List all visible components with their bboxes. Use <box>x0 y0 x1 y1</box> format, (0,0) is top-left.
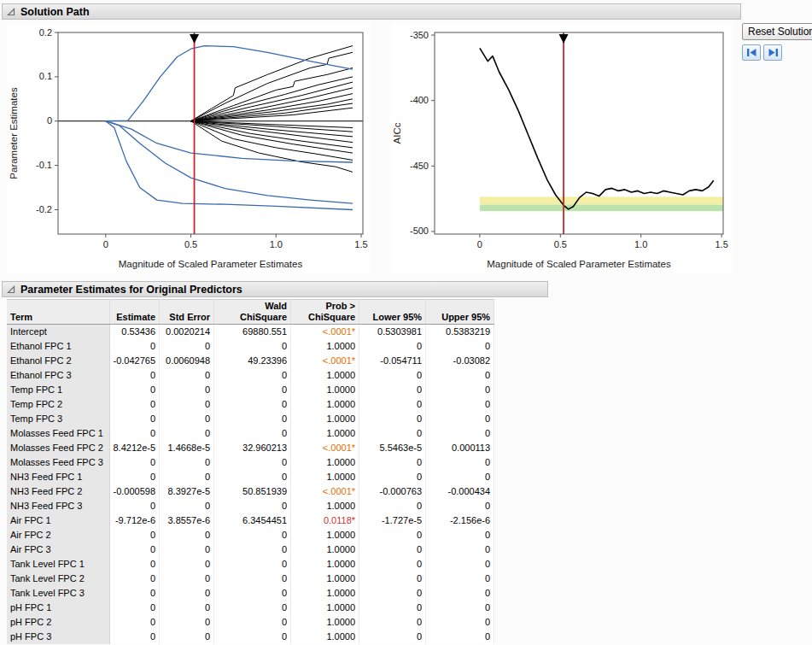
table-row[interactable]: Molasses Feed FPC 30001.000000 <box>7 455 494 470</box>
table-row[interactable]: Temp FPC 20001.000000 <box>7 397 494 412</box>
cell-upper: 0 <box>426 586 494 601</box>
cell-term: Ethanol FPC 3 <box>7 368 109 383</box>
table-row[interactable]: Ethanol FPC 10001.000000 <box>7 339 494 354</box>
cell-std_error: 0 <box>160 368 214 383</box>
cell-lower: 0 <box>359 630 426 644</box>
disclosure-icon[interactable] <box>7 285 15 294</box>
table-row[interactable]: NH3 Feed FPC 30001.000000 <box>7 499 494 513</box>
series-path-3 <box>191 68 353 121</box>
table-row[interactable]: Temp FPC 30001.000000 <box>7 412 494 426</box>
step-forward-button[interactable] <box>763 44 782 61</box>
cell-upper: 0.5383219 <box>426 325 494 340</box>
cell-lower: 0 <box>359 397 426 412</box>
y-tick-label: 0 <box>47 115 52 126</box>
cell-wald: 0 <box>214 586 291 601</box>
table-row[interactable]: Intercept0.534360.002021469880.551<.0001… <box>7 325 494 340</box>
section-title-parameter-estimates: Parameter Estimates for Original Predict… <box>20 284 242 296</box>
aicc-chart[interactable]: 00.51.01.5-350-400-450-500Magnitude of S… <box>390 24 732 273</box>
cell-estimate: 0 <box>109 528 160 542</box>
cell-estimate: 0 <box>109 542 160 557</box>
cell-prob: 1.0000 <box>291 542 359 557</box>
column-header-estimate: Estimate <box>109 300 160 325</box>
cell-estimate: 0 <box>109 470 160 484</box>
y-tick-label: -500 <box>410 226 429 236</box>
cell-wald: 49.23396 <box>214 354 291 368</box>
cell-prob: 1.0000 <box>291 455 359 470</box>
table-row[interactable]: NH3 Feed FPC 10001.000000 <box>7 470 494 484</box>
step-back-button[interactable] <box>742 44 761 61</box>
x-tick-label: 1.5 <box>354 239 367 249</box>
parameter-estimates-table: TermEstimateStd ErrorWaldChiSquareProb >… <box>7 299 494 644</box>
table-row[interactable]: Air FPC 30001.000000 <box>7 542 494 557</box>
cell-prob: 1.0000 <box>291 528 359 542</box>
series-path-5 <box>191 82 353 121</box>
x-axis-title: Magnitude of Scaled Parameter Estimates <box>487 259 671 269</box>
table-row[interactable]: Tank Level FPC 10001.000000 <box>7 557 494 572</box>
cell-upper: 0 <box>426 572 494 586</box>
cell-std_error: 0 <box>160 397 214 412</box>
cell-prob: 1.0000 <box>291 383 359 397</box>
cell-lower: 0 <box>359 426 426 441</box>
table-row[interactable]: Molasses Feed FPC 28.4212e-51.4668e-532.… <box>7 441 494 455</box>
cell-estimate: 8.4212e-5 <box>109 441 160 455</box>
aicc-yellow-zone <box>480 196 723 204</box>
cell-wald: 0 <box>214 499 291 513</box>
cell-estimate: 0 <box>109 586 160 601</box>
table-header-row: TermEstimateStd ErrorWaldChiSquareProb >… <box>7 300 494 325</box>
series-active-4 <box>106 121 353 162</box>
cell-std_error: 0 <box>160 499 214 513</box>
table-row[interactable]: NH3 Feed FPC 2-0.0005988.3927e-550.85193… <box>7 484 494 499</box>
cell-lower: 0 <box>359 586 426 601</box>
table-row[interactable]: Ethanol FPC 30001.000000 <box>7 368 494 383</box>
table-row[interactable]: pH FPC 10001.000000 <box>7 601 494 615</box>
table-row[interactable]: pH FPC 20001.000000 <box>7 615 494 630</box>
outline-header-solution-path[interactable]: Solution Path <box>2 3 741 20</box>
cell-estimate: 0 <box>109 499 160 513</box>
x-tick-label: 0.5 <box>184 239 197 249</box>
disclosure-icon[interactable] <box>7 8 15 16</box>
step-back-icon <box>746 48 757 57</box>
parameter-estimates-path-chart[interactable]: 00.51.01.50.20.10-0.1-0.2Magnitude of Sc… <box>7 24 370 273</box>
cell-term: NH3 Feed FPC 2 <box>7 484 109 499</box>
cell-wald: 0 <box>214 368 291 383</box>
reset-solution-button[interactable]: Reset Solution <box>742 23 812 40</box>
table-row[interactable]: Temp FPC 10001.000000 <box>7 383 494 397</box>
cell-std_error: 0.0060948 <box>160 354 214 368</box>
table-row[interactable]: Molasses Feed FPC 10001.000000 <box>7 426 494 441</box>
outline-header-parameter-estimates[interactable]: Parameter Estimates for Original Predict… <box>2 281 548 297</box>
cell-term: Temp FPC 2 <box>7 397 109 412</box>
cell-prob: 1.0000 <box>291 572 359 586</box>
cell-prob: 1.0000 <box>291 630 359 644</box>
cell-upper: 0 <box>426 426 494 441</box>
cell-term: Air FPC 2 <box>7 528 109 542</box>
cell-term: Molasses Feed FPC 3 <box>7 455 109 470</box>
cell-upper: 0 <box>426 557 494 572</box>
solution-arrow-marker[interactable] <box>559 34 569 44</box>
table-row[interactable]: Air FPC 1-9.712e-63.8557e-66.34544510.01… <box>7 513 494 528</box>
cell-wald: 6.3454451 <box>214 513 291 528</box>
cell-wald: 0 <box>214 412 291 426</box>
cell-estimate: 0 <box>109 397 160 412</box>
series-path-1 <box>191 46 353 121</box>
cell-upper: 0 <box>426 397 494 412</box>
table-row[interactable]: pH FPC 30001.000000 <box>7 630 494 644</box>
cell-upper: 0 <box>426 455 494 470</box>
cell-wald: 50.851939 <box>214 484 291 499</box>
cell-wald: 0 <box>214 615 291 630</box>
cell-estimate: -0.042765 <box>109 354 160 368</box>
cell-std_error: 0.0020214 <box>160 325 214 340</box>
table-row[interactable]: Tank Level FPC 30001.000000 <box>7 586 494 601</box>
cell-std_error: 0 <box>160 615 214 630</box>
cell-std_error: 0 <box>160 426 214 441</box>
table-row[interactable]: Air FPC 20001.000000 <box>7 528 494 542</box>
cell-upper: 0 <box>426 499 494 513</box>
x-tick-label: 1.0 <box>270 239 283 249</box>
cell-std_error: 0 <box>160 383 214 397</box>
table-row[interactable]: Tank Level FPC 20001.000000 <box>7 572 494 586</box>
solution-arrow-marker[interactable] <box>190 34 199 44</box>
table-row[interactable]: Ethanol FPC 2-0.0427650.006094849.23396<… <box>7 354 494 368</box>
cell-term: Temp FPC 3 <box>7 412 109 426</box>
x-tick-label: 0.5 <box>554 239 567 249</box>
cell-estimate: 0 <box>109 572 160 586</box>
cell-prob: 1.0000 <box>291 557 359 572</box>
